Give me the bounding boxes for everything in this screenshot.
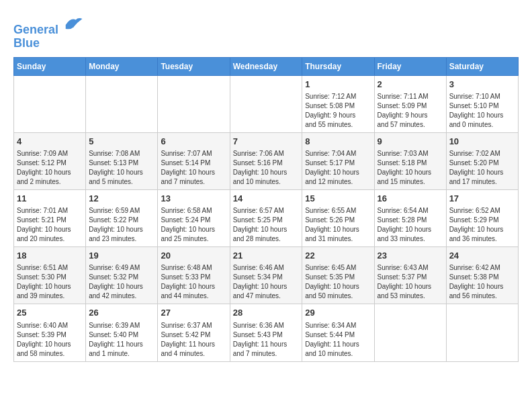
calendar-cell: 6Sunrise: 7:07 AM Sunset: 5:14 PM Daylig… [158, 132, 230, 189]
day-info: Sunrise: 7:06 AM Sunset: 5:16 PM Dayligh… [233, 149, 300, 187]
calendar-cell: 8Sunrise: 7:04 AM Sunset: 5:17 PM Daylig… [302, 132, 374, 189]
day-info: Sunrise: 6:58 AM Sunset: 5:24 PM Dayligh… [161, 206, 226, 244]
day-info: Sunrise: 6:36 AM Sunset: 5:43 PM Dayligh… [233, 321, 300, 359]
calendar-cell: 18Sunrise: 6:51 AM Sunset: 5:30 PM Dayli… [14, 247, 86, 304]
calendar-cell: 22Sunrise: 6:45 AM Sunset: 5:35 PM Dayli… [302, 247, 374, 304]
calendar-cell: 17Sunrise: 6:52 AM Sunset: 5:29 PM Dayli… [446, 189, 518, 246]
day-number: 21 [233, 250, 300, 262]
day-number: 15 [305, 193, 371, 205]
day-info: Sunrise: 6:39 AM Sunset: 5:40 PM Dayligh… [89, 321, 154, 359]
day-info: Sunrise: 6:52 AM Sunset: 5:29 PM Dayligh… [449, 206, 515, 244]
day-number: 6 [161, 136, 226, 148]
calendar-cell: 10Sunrise: 7:02 AM Sunset: 5:20 PM Dayli… [446, 132, 518, 189]
day-info: Sunrise: 6:51 AM Sunset: 5:30 PM Dayligh… [17, 263, 83, 301]
day-number: 29 [305, 307, 371, 319]
header-monday: Monday [86, 57, 158, 75]
day-info: Sunrise: 6:54 AM Sunset: 5:28 PM Dayligh… [378, 206, 443, 244]
logo-text: General [13, 13, 83, 37]
calendar-cell [446, 304, 518, 361]
calendar-cell: 23Sunrise: 6:43 AM Sunset: 5:37 PM Dayli… [374, 247, 446, 304]
day-number: 23 [378, 250, 443, 262]
day-info: Sunrise: 6:46 AM Sunset: 5:34 PM Dayligh… [233, 263, 300, 301]
day-number: 11 [17, 193, 83, 205]
header-friday: Friday [374, 57, 446, 75]
calendar-week-4: 18Sunrise: 6:51 AM Sunset: 5:30 PM Dayli… [14, 247, 519, 304]
day-number: 9 [378, 136, 443, 148]
calendar-cell: 21Sunrise: 6:46 AM Sunset: 5:34 PM Dayli… [230, 247, 302, 304]
calendar-cell: 12Sunrise: 6:59 AM Sunset: 5:22 PM Dayli… [86, 189, 158, 246]
day-info: Sunrise: 7:08 AM Sunset: 5:13 PM Dayligh… [89, 149, 154, 187]
header-sunday: Sunday [14, 57, 86, 75]
day-info: Sunrise: 6:55 AM Sunset: 5:26 PM Dayligh… [305, 206, 371, 244]
day-info: Sunrise: 6:45 AM Sunset: 5:35 PM Dayligh… [305, 263, 371, 301]
day-number: 2 [378, 79, 443, 91]
day-info: Sunrise: 6:49 AM Sunset: 5:32 PM Dayligh… [89, 263, 154, 301]
day-number: 4 [17, 136, 83, 148]
header-thursday: Thursday [302, 57, 374, 75]
day-info: Sunrise: 7:07 AM Sunset: 5:14 PM Dayligh… [161, 149, 226, 187]
calendar-cell: 15Sunrise: 6:55 AM Sunset: 5:26 PM Dayli… [302, 189, 374, 246]
calendar-cell: 24Sunrise: 6:42 AM Sunset: 5:38 PM Dayli… [446, 247, 518, 304]
logo: General Blue [13, 13, 83, 50]
day-info: Sunrise: 6:43 AM Sunset: 5:37 PM Dayligh… [378, 263, 443, 301]
calendar-cell [158, 75, 230, 132]
calendar-cell: 13Sunrise: 6:58 AM Sunset: 5:24 PM Dayli… [158, 189, 230, 246]
day-number: 22 [305, 250, 371, 262]
day-info: Sunrise: 6:40 AM Sunset: 5:39 PM Dayligh… [17, 321, 83, 359]
header-saturday: Saturday [446, 57, 518, 75]
day-info: Sunrise: 7:04 AM Sunset: 5:17 PM Dayligh… [305, 149, 371, 187]
calendar-cell: 11Sunrise: 7:01 AM Sunset: 5:21 PM Dayli… [14, 189, 86, 246]
day-info: Sunrise: 6:48 AM Sunset: 5:33 PM Dayligh… [161, 263, 226, 301]
day-number: 10 [449, 136, 515, 148]
day-info: Sunrise: 6:42 AM Sunset: 5:38 PM Dayligh… [449, 263, 515, 301]
day-number: 17 [449, 193, 515, 205]
logo-blue: Blue [13, 37, 83, 50]
day-info: Sunrise: 6:34 AM Sunset: 5:44 PM Dayligh… [305, 321, 371, 359]
calendar-cell [230, 75, 302, 132]
calendar-cell: 28Sunrise: 6:36 AM Sunset: 5:43 PM Dayli… [230, 304, 302, 361]
calendar-header: SundayMondayTuesdayWednesdayThursdayFrid… [14, 57, 519, 75]
day-number: 3 [449, 79, 515, 91]
calendar-cell [374, 304, 446, 361]
calendar-week-3: 11Sunrise: 7:01 AM Sunset: 5:21 PM Dayli… [14, 189, 519, 246]
day-info: Sunrise: 7:02 AM Sunset: 5:20 PM Dayligh… [449, 149, 515, 187]
calendar-cell: 26Sunrise: 6:39 AM Sunset: 5:40 PM Dayli… [86, 304, 158, 361]
calendar-cell: 7Sunrise: 7:06 AM Sunset: 5:16 PM Daylig… [230, 132, 302, 189]
logo-bird-icon [63, 13, 83, 34]
calendar-cell: 29Sunrise: 6:34 AM Sunset: 5:44 PM Dayli… [302, 304, 374, 361]
day-info: Sunrise: 7:01 AM Sunset: 5:21 PM Dayligh… [17, 206, 83, 244]
day-number: 1 [305, 79, 371, 91]
calendar-cell [14, 75, 86, 132]
header-row: SundayMondayTuesdayWednesdayThursdayFrid… [14, 57, 519, 75]
day-number: 14 [233, 193, 300, 205]
calendar-cell: 9Sunrise: 7:03 AM Sunset: 5:18 PM Daylig… [374, 132, 446, 189]
header-tuesday: Tuesday [158, 57, 230, 75]
calendar-cell: 16Sunrise: 6:54 AM Sunset: 5:28 PM Dayli… [374, 189, 446, 246]
day-number: 27 [161, 307, 226, 319]
calendar-week-1: 1Sunrise: 7:12 AM Sunset: 5:08 PM Daylig… [14, 75, 519, 132]
day-info: Sunrise: 6:59 AM Sunset: 5:22 PM Dayligh… [89, 206, 154, 244]
header-wednesday: Wednesday [230, 57, 302, 75]
day-info: Sunrise: 7:09 AM Sunset: 5:12 PM Dayligh… [17, 149, 83, 187]
page-header: General Blue [13, 13, 519, 50]
day-number: 7 [233, 136, 300, 148]
day-info: Sunrise: 7:11 AM Sunset: 5:09 PM Dayligh… [378, 92, 443, 130]
day-number: 18 [17, 250, 83, 262]
day-info: Sunrise: 7:12 AM Sunset: 5:08 PM Dayligh… [305, 92, 371, 130]
day-info: Sunrise: 6:37 AM Sunset: 5:42 PM Dayligh… [161, 321, 226, 359]
day-info: Sunrise: 7:10 AM Sunset: 5:10 PM Dayligh… [449, 92, 515, 130]
calendar-cell: 3Sunrise: 7:10 AM Sunset: 5:10 PM Daylig… [446, 75, 518, 132]
calendar-cell: 4Sunrise: 7:09 AM Sunset: 5:12 PM Daylig… [14, 132, 86, 189]
calendar-table: SundayMondayTuesdayWednesdayThursdayFrid… [13, 57, 519, 362]
calendar-cell [86, 75, 158, 132]
day-number: 12 [89, 193, 154, 205]
day-number: 20 [161, 250, 226, 262]
day-number: 16 [378, 193, 443, 205]
calendar-body: 1Sunrise: 7:12 AM Sunset: 5:08 PM Daylig… [14, 75, 519, 361]
calendar-cell: 25Sunrise: 6:40 AM Sunset: 5:39 PM Dayli… [14, 304, 86, 361]
calendar-week-5: 25Sunrise: 6:40 AM Sunset: 5:39 PM Dayli… [14, 304, 519, 361]
day-number: 8 [305, 136, 371, 148]
day-number: 28 [233, 307, 300, 319]
calendar-cell: 2Sunrise: 7:11 AM Sunset: 5:09 PM Daylig… [374, 75, 446, 132]
calendar-cell: 14Sunrise: 6:57 AM Sunset: 5:25 PM Dayli… [230, 189, 302, 246]
